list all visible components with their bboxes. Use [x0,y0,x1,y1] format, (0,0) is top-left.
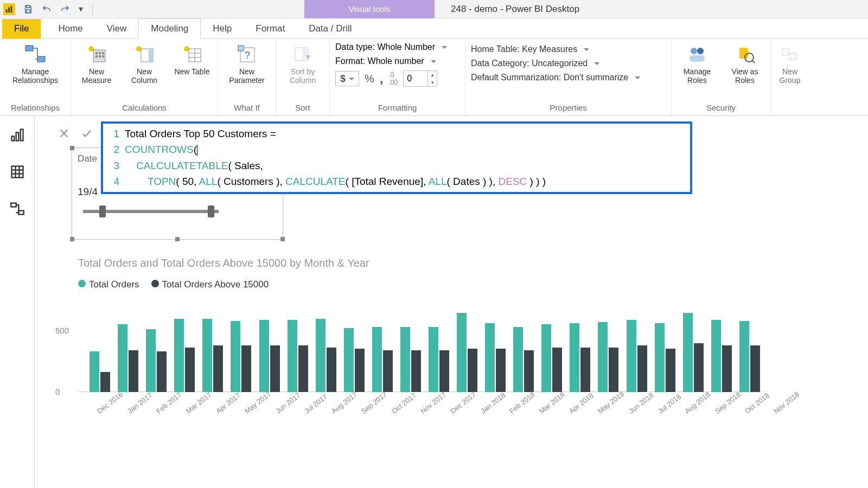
tab-format[interactable]: Format [244,19,297,38]
bar-group[interactable] [681,313,705,392]
bar-series-2[interactable] [213,345,223,392]
bar-group[interactable] [653,323,677,392]
data-category-dropdown[interactable]: Data Category: Uncategorized [471,59,640,68]
bar-group[interactable] [229,321,253,392]
undo-button[interactable] [40,3,53,16]
new-parameter-button[interactable]: ? New Parameter [224,42,270,85]
bar-group[interactable] [483,323,507,392]
save-button[interactable] [22,3,35,16]
bar-group[interactable] [371,327,394,392]
data-view-button[interactable] [8,163,27,181]
bar-series-2[interactable] [327,348,336,392]
report-canvas[interactable]: Date 19/4 1Total Orders Top 50 Customers… [35,116,868,488]
bar-series-2[interactable] [524,350,534,392]
new-table-button[interactable]: New Table [172,42,212,76]
bar-series-2[interactable] [383,350,393,392]
bar-series-2[interactable] [580,348,590,392]
new-column-button[interactable]: New Column [124,42,164,85]
bar-series-1[interactable] [513,327,523,392]
bar-group[interactable] [144,329,168,392]
percent-button[interactable]: % [365,73,374,85]
currency-button[interactable]: $ [335,71,359,86]
formula-commit-button[interactable] [79,126,94,141]
report-view-button[interactable] [8,126,27,144]
resize-handle[interactable] [70,237,74,241]
bar-series-1[interactable] [174,319,184,392]
dax-editor[interactable]: 1Total Orders Top 50 Customers = 2COUNTR… [101,121,692,194]
legend-item-total-orders[interactable]: Total Orders [78,279,139,290]
bar-group[interactable] [286,320,310,392]
bar-series-1[interactable] [739,321,749,392]
bar-series-1[interactable] [429,327,438,392]
bar-group[interactable] [540,324,564,392]
redo-button[interactable] [59,3,72,16]
bar-group[interactable] [568,323,592,392]
sort-by-column-button[interactable]: Sort by Column [282,42,324,85]
decimals-spinner[interactable]: ▲▼ [403,70,437,87]
bar-group[interactable] [314,319,338,392]
bar-series-1[interactable] [259,320,269,392]
tab-file[interactable]: File [2,19,41,38]
bar-series-2[interactable] [355,349,365,392]
bar-series-2[interactable] [637,345,647,392]
bar-series-2[interactable] [298,345,308,392]
tab-help[interactable]: Help [201,19,244,38]
tab-data-drill[interactable]: Data / Drill [297,19,363,38]
spin-up-icon[interactable]: ▲ [428,71,437,79]
bar-series-2[interactable] [129,350,138,392]
manage-relationships-button[interactable]: Manage Relationships [5,42,65,85]
slider-thumb-right[interactable] [208,206,214,217]
bar-group[interactable] [116,324,140,392]
bar-series-1[interactable] [344,328,354,392]
spin-down-icon[interactable]: ▼ [428,79,437,86]
legend-item-above-15000[interactable]: Total Orders Above 15000 [151,279,269,290]
bar-series-2[interactable] [439,350,449,392]
bar-series-2[interactable] [609,348,618,392]
bar-group[interactable] [173,319,196,392]
tab-view[interactable]: View [95,19,139,38]
bar-series-2[interactable] [722,345,732,392]
bar-series-1[interactable] [570,323,579,392]
bar-group[interactable] [624,320,648,392]
slider-track[interactable] [83,210,219,213]
bar-group[interactable] [738,321,762,392]
bar-group[interactable] [427,327,451,392]
bar-series-2[interactable] [185,348,195,392]
bar-series-1[interactable] [202,319,212,392]
contextual-tab-visual-tools[interactable]: Visual tools [304,0,435,18]
bar-series-1[interactable] [118,324,127,392]
bar-series-2[interactable] [241,345,251,392]
bar-series-1[interactable] [288,320,297,392]
bar-group[interactable] [88,351,112,392]
bar-series-2[interactable] [468,349,477,392]
resize-handle[interactable] [280,237,285,241]
bar-series-1[interactable] [316,319,326,392]
decimals-input[interactable] [404,73,427,85]
bar-series-2[interactable] [750,345,760,392]
bar-series-1[interactable] [400,327,410,392]
new-group-button[interactable]: New Group [776,42,803,85]
view-as-roles-button[interactable]: View as Roles [725,42,765,85]
bar-series-1[interactable] [457,313,467,392]
bar-series-1[interactable] [598,322,608,392]
bar-group[interactable] [201,319,225,392]
bar-series-1[interactable] [683,313,693,392]
model-view-button[interactable] [8,200,27,218]
data-type-dropdown[interactable]: Data type: Whole Number [335,42,447,52]
bar-series-2[interactable] [100,372,110,392]
bar-series-2[interactable] [270,345,280,392]
bar-series-2[interactable] [694,343,704,392]
bar-group[interactable] [342,328,366,392]
bar-series-1[interactable] [90,351,99,392]
bar-series-1[interactable] [711,320,721,392]
formula-cancel-button[interactable] [56,126,72,141]
bar-series-2[interactable] [666,349,675,392]
new-measure-button[interactable]: New Measure [76,42,117,85]
bar-group[interactable] [257,320,281,392]
bar-series-1[interactable] [372,327,382,392]
bar-series-1[interactable] [541,324,551,392]
bar-group[interactable] [710,320,733,392]
manage-roles-button[interactable]: Manage Roles [677,42,717,85]
bar-series-1[interactable] [485,323,495,392]
bar-group[interactable] [512,327,535,392]
